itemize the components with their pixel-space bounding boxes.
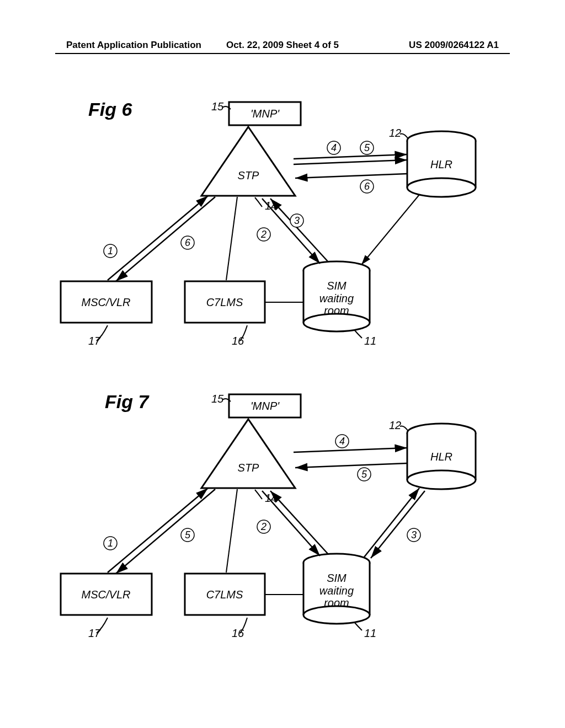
line-hlr-sim [361,195,419,265]
step-2: 2 [260,229,266,240]
step7-2: 2 [260,521,266,532]
ref-12: 12 [389,127,401,139]
ref-14: 14 [265,200,277,212]
sim-label-2: waiting [319,292,354,304]
fig6-title: Fig 6 [88,99,132,120]
msc-label: MSC/VLR [82,296,131,308]
step7-4: 4 [339,436,345,447]
arrow-msc-stp-1-7 [108,488,208,572]
arrow-stp-hlr-4 [294,154,407,159]
sim-label-3: room [324,304,349,317]
step7-5: 5 [361,469,367,480]
header-center: Oct. 22, 2009 Sheet 4 of 5 [0,40,565,51]
arrow-stp-sim-2-7 [262,491,320,556]
ref7-17: 17 [88,627,101,639]
sim7-label-2: waiting [319,585,354,597]
ref-11: 11 [364,335,376,347]
arrow-hlr-sim-3b [371,491,425,558]
stp-label-7: STP [238,462,260,474]
mnp-label-7: 'MNP' [250,400,280,412]
msc-label-7: MSC/VLR [82,588,131,601]
c7-label-7: C7LMS [206,588,243,601]
step7-5b: 5 [185,529,191,540]
arrow-hlr-stp-6 [295,174,407,178]
svg-point-4 [407,178,476,197]
hlr-label: HLR [430,158,452,170]
arrow-stp-msc-6b [116,197,215,281]
figure-6: Fig 6 'MNP' 15 STP 14 HLR 12 SIM [55,94,508,353]
page: Patent Application Publication Oct. 22, … [0,0,565,728]
c7-label: C7LMS [206,296,243,308]
header: Patent Application Publication Oct. 22, … [0,40,565,51]
ref-17: 17 [88,335,101,347]
line7-stp-c7 [226,489,237,572]
ref-15: 15 [211,100,224,113]
step-3: 3 [294,215,300,226]
line-stp-c7 [226,197,237,280]
leader-12 [400,133,408,139]
ref7-14: 14 [265,492,277,504]
stp-triangle-7 [201,419,295,488]
leader-11 [354,330,362,338]
arrow-stp-hlr-5 [294,160,407,164]
ref7-15: 15 [211,393,224,405]
step-1: 1 [108,245,113,256]
stp-label: STP [238,169,260,181]
arrow-stp-hlr-4-7 [294,448,407,452]
arrow-sim-stp-3 [270,199,328,262]
svg-point-14 [407,470,476,489]
mnp-label: 'MNP' [250,108,280,120]
figure-7: Fig 7 'MNP' 15 STP 14 HLR 12 SIM [55,386,508,645]
fig7-title: Fig 7 [105,391,150,412]
step-6b: 6 [185,237,191,248]
stp-triangle [201,127,295,196]
sim-label-1: SIM [327,280,347,292]
sim7-label-3: room [324,597,349,609]
ref7-12: 12 [389,419,401,431]
leader7-11 [354,622,362,630]
sim7-label-1: SIM [327,572,347,584]
arrow-sim-hlr-3a [364,488,419,557]
arrow-msc-stp-1 [108,196,208,280]
step7-1: 1 [108,538,113,549]
hlr-label-7: HLR [430,451,452,463]
arrow-stp-sim-2 [262,199,320,264]
leader7-14 [255,490,262,499]
arrow-hlr-stp-5-7 [295,463,407,468]
leader-14 [255,197,262,207]
step7-3: 3 [411,529,417,540]
step-6: 6 [364,181,370,192]
step-5: 5 [364,142,370,153]
arrow-sim-stp-2-7 [270,491,328,554]
arrow-stp-msc-5-7 [116,489,215,574]
step-4: 4 [331,142,337,153]
leader7-12 [400,426,408,431]
header-rule [55,53,510,54]
ref7-11: 11 [364,627,376,639]
